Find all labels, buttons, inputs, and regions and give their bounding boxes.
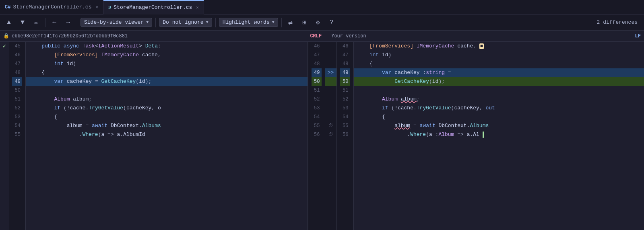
right-code-line-46: [FromServices] IMemoryCache cache, ■: [354, 42, 644, 51]
ignore-dropdown-label: Do not ignore: [163, 19, 203, 25]
tab-left[interactable]: C# StoreManagerController.cs ✕: [0, 0, 103, 14]
prev-diff-button[interactable]: ▲: [3, 17, 14, 28]
left-line-num-47: 47: [12, 60, 22, 68]
right-code-line-52: Album album;: [354, 95, 644, 104]
left-line-num-51: 51: [12, 95, 22, 104]
left-code-line-50: [26, 86, 308, 95]
left-line-numbers: 45 46 47 48 49 50 51 52 53 54 55: [9, 42, 26, 230]
gutter-cell-7: [0, 104, 9, 113]
arrow-cell-2: [325, 60, 336, 68]
arrow-cell-4: [325, 77, 336, 86]
right-line-num-52: 52: [340, 95, 350, 104]
diff-arrow-49: >>: [328, 68, 334, 77]
left-panel: ✓ 45 46 47 48 49 50 51 52: [0, 42, 308, 230]
arrow-cell-7: [325, 104, 336, 113]
highlight-dropdown-arrow: ▼: [272, 20, 275, 25]
lock-icon: 🔒: [3, 33, 9, 39]
left-code-line-46: [FromServices] IMemoryCache cache,: [26, 51, 308, 60]
gutter-cell-8: [0, 113, 9, 121]
sync-icon: ⇌: [288, 18, 293, 27]
right-code-line-53: if (!cache.TryGetValue(cacheKey, out: [354, 104, 644, 113]
right-line-num-51: 51: [340, 86, 350, 95]
next-icon: ▼: [21, 19, 25, 26]
left-code-line-54: album = await DbContext.Albums: [26, 121, 308, 130]
close-tab-left[interactable]: ✕: [95, 4, 98, 10]
toolbar: ▲ ▼ ✏ ← → Side-by-side viewer ▼ Do not i…: [0, 14, 644, 31]
left-code-line-49: var cacheKey = GetCacheKey(id);: [26, 77, 308, 86]
right-code-line-47: int id): [354, 51, 644, 60]
close-tab-right[interactable]: ✕: [196, 5, 199, 10]
help-icon: ?: [330, 19, 334, 26]
left-line-num-49: 49: [12, 77, 22, 86]
highlight-dropdown-label: Highlight words: [223, 19, 270, 25]
left-code-line-55: .Where(a => a.AlbumId: [26, 130, 308, 139]
center-gutter: 46 47 48 49 50 51 52 53 54 55 56 >>: [308, 42, 337, 230]
viewer-dropdown-label: Side-by-side viewer: [84, 19, 144, 25]
columns-button[interactable]: ⊞: [299, 17, 310, 28]
left-line-num-54: 54: [12, 121, 22, 130]
left-code-line-51: Album album;: [26, 95, 308, 104]
help-button[interactable]: ?: [326, 17, 337, 28]
arrow-gutter: >> ⏱ ⏱: [325, 42, 336, 230]
right-code-line-50: GetCacheKey(id);: [354, 77, 644, 86]
tab-right[interactable]: ⇄ StoreManagerController.cs ✕: [103, 0, 204, 14]
diff-container: ✓ 45 46 47 48 49 50 51 52: [0, 42, 644, 230]
edit-button[interactable]: ✏: [31, 17, 42, 28]
right-code-lines[interactable]: [FromServices] IMemoryCache cache, ■ int…: [354, 42, 644, 230]
settings-button[interactable]: ⚙: [312, 17, 324, 28]
csharp-icon-right: ⇄: [108, 4, 111, 10]
gutter-cell-10: [0, 130, 9, 139]
edit-icon: ✏: [34, 18, 38, 27]
highlight-marker: ■: [479, 43, 484, 49]
r-left-num-46: 46: [312, 42, 322, 51]
gutter-cell-1: [0, 51, 9, 60]
r-left-num-56: 56: [312, 130, 322, 139]
right-code-line-48: {: [354, 60, 644, 68]
viewer-dropdown[interactable]: Side-by-side viewer ▼: [80, 18, 152, 27]
right-line-num-48: 48: [340, 60, 350, 68]
arrow-cell-9: ⏱: [325, 121, 336, 130]
back-button[interactable]: ←: [49, 17, 60, 28]
r-left-num-47: 47: [312, 51, 322, 60]
gutter-cell-0: ✓: [0, 42, 9, 51]
left-line-num-53: 53: [12, 113, 22, 121]
right-line-num-46: 46: [340, 42, 350, 51]
file-hash: ebbe98e2eff141fc7269b2056f2bfd0bb9f0c881: [12, 33, 128, 39]
tab-left-label: StoreManagerController.cs: [13, 4, 91, 10]
bookmark-icon-54: ⏱: [328, 121, 333, 130]
r-left-num-50: 50: [312, 77, 322, 86]
sync-button[interactable]: ⇌: [285, 16, 296, 29]
left-code-line-53: {: [26, 113, 308, 121]
next-diff-button[interactable]: ▼: [17, 17, 28, 28]
change-indicator: [483, 131, 484, 138]
gutter-cell-9: [0, 121, 9, 130]
right-line-numbers: 46 47 48 49 50 51 52 53 54 55 56: [337, 42, 354, 230]
forward-button[interactable]: →: [62, 17, 74, 28]
viewer-dropdown-arrow: ▼: [146, 20, 149, 25]
gutter-cell-5: [0, 86, 9, 95]
tab-right-label: StoreManagerController.cs: [114, 4, 192, 10]
back-icon: ←: [52, 19, 56, 26]
highlight-dropdown[interactable]: Highlight words ▼: [219, 18, 278, 27]
prev-icon: ▲: [7, 19, 11, 26]
settings-icon: ⚙: [316, 18, 320, 27]
gutter-cell-6: [0, 95, 9, 104]
right-line-num-55: 55: [340, 121, 350, 130]
ignore-dropdown[interactable]: Do not ignore ▼: [159, 18, 212, 27]
csharp-icon-left: C#: [5, 4, 10, 10]
r-left-num-49: 49: [312, 68, 322, 77]
left-line-num-55: 55: [12, 130, 22, 139]
right-line-num-49: 49: [340, 68, 350, 77]
separator-5: [281, 18, 282, 27]
right-panel: 46 47 48 49 50 51 52 53 54 55 56 [FromSe…: [337, 42, 644, 230]
r-left-num-52: 52: [312, 95, 322, 104]
left-code-lines[interactable]: public async Task<IActionResult> Deta: […: [26, 42, 308, 230]
arrow-cell-3: >>: [325, 68, 336, 77]
left-code-line-45: public async Task<IActionResult> Deta:: [26, 42, 308, 51]
r-left-num-51: 51: [312, 86, 322, 95]
file-info-bar: 🔒 ebbe98e2eff141fc7269b2056f2bfd0bb9f0c8…: [0, 31, 644, 42]
right-line-num-47: 47: [340, 51, 350, 60]
crlf-badge: CRLF: [303, 33, 328, 39]
separator-2: [77, 18, 77, 27]
left-code-view: ✓ 45 46 47 48 49 50 51 52: [0, 42, 308, 230]
